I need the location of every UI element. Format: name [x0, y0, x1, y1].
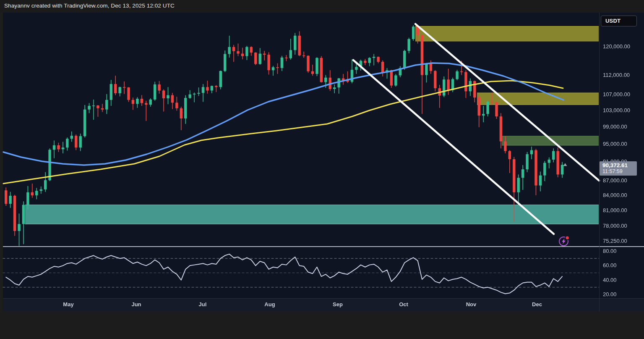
footer-bar: TradingView: [0, 312, 644, 339]
month-tick-label: Sep: [333, 301, 343, 308]
price-tick-label: 95,000.00: [603, 140, 627, 148]
lightning-icon: [558, 235, 570, 247]
price-chart-canvas[interactable]: [0, 0, 644, 339]
month-tick-label: Oct: [399, 301, 408, 308]
rsi-tick-label: 80.00: [603, 247, 617, 255]
bar-countdown: 11:57:59: [602, 168, 637, 174]
price-tick-label: 75,250.00: [603, 237, 627, 245]
last-price-label: 90,372.61 11:57:59: [600, 161, 637, 176]
tradingview-chart-page: Shayannv created with TradingView.com, D…: [0, 0, 644, 339]
price-tick-label: 120,000.00: [603, 43, 630, 50]
rsi-tick-label: 20.00: [603, 291, 617, 298]
price-tick-label: 99,000.00: [603, 123, 627, 131]
month-tick-label: Aug: [264, 301, 275, 308]
price-tick-label: 81,000.00: [603, 207, 627, 214]
rsi-tick-label: 40.00: [603, 276, 617, 284]
price-tick-label: 87,000.00: [603, 177, 627, 184]
month-tick-label: May: [63, 301, 73, 308]
month-tick-label: Jul: [199, 301, 207, 308]
price-tick-label: 78,000.00: [603, 222, 627, 230]
month-tick-label: Dec: [532, 301, 542, 308]
price-tick-label: 107,000.00: [603, 91, 630, 98]
flash-ideas-button[interactable]: [558, 235, 570, 247]
price-tick-label: 112,000.00: [603, 71, 630, 79]
notification-dot-icon: [566, 236, 569, 240]
month-tick-label: Nov: [466, 301, 477, 308]
price-tick-label: 84,000.00: [603, 192, 627, 199]
month-tick-label: Jun: [131, 301, 141, 308]
rsi-tick-label: 60.00: [603, 262, 617, 269]
price-tick-label: 103,000.00: [603, 107, 630, 114]
last-price-value: 90,372.61: [602, 162, 637, 168]
currency-toggle-button[interactable]: USDT: [601, 16, 637, 26]
